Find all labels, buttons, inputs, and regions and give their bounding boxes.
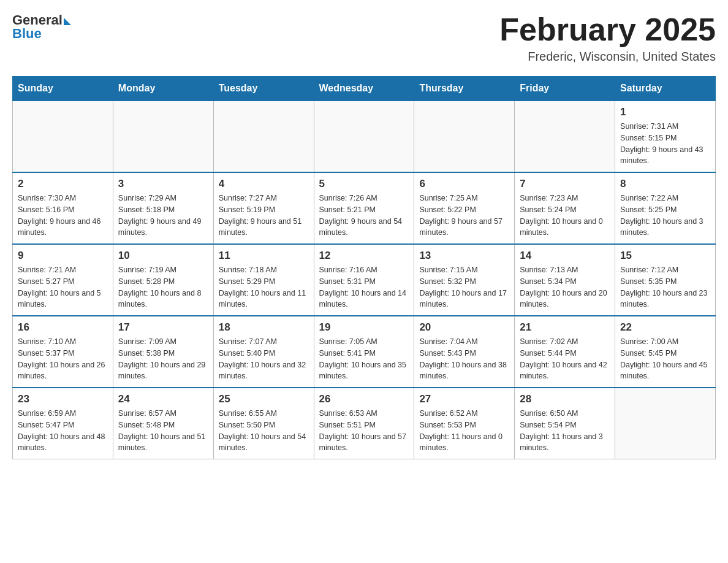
day-info: Sunrise: 7:15 AM Sunset: 5:32 PM Dayligh… bbox=[419, 264, 509, 310]
calendar-title: February 2025 bbox=[499, 12, 716, 47]
day-number: 6 bbox=[419, 178, 509, 190]
day-info: Sunrise: 7:18 AM Sunset: 5:29 PM Dayligh… bbox=[219, 264, 309, 310]
day-cell-1-3: 5Sunrise: 7:26 AM Sunset: 5:21 PM Daylig… bbox=[314, 172, 414, 244]
day-info: Sunrise: 7:25 AM Sunset: 5:22 PM Dayligh… bbox=[419, 193, 509, 239]
day-cell-4-4: 27Sunrise: 6:52 AM Sunset: 5:53 PM Dayli… bbox=[414, 388, 515, 459]
day-info: Sunrise: 7:27 AM Sunset: 5:19 PM Dayligh… bbox=[219, 193, 309, 239]
day-cell-1-4: 6Sunrise: 7:25 AM Sunset: 5:22 PM Daylig… bbox=[414, 172, 515, 244]
day-info: Sunrise: 7:05 AM Sunset: 5:41 PM Dayligh… bbox=[319, 336, 409, 382]
day-info: Sunrise: 7:00 AM Sunset: 5:45 PM Dayligh… bbox=[620, 336, 710, 382]
day-number: 1 bbox=[620, 106, 710, 118]
day-info: Sunrise: 7:13 AM Sunset: 5:34 PM Dayligh… bbox=[520, 264, 610, 310]
day-info: Sunrise: 7:19 AM Sunset: 5:28 PM Dayligh… bbox=[118, 264, 208, 310]
day-number: 5 bbox=[319, 178, 409, 190]
day-number: 22 bbox=[620, 321, 710, 334]
day-number: 26 bbox=[319, 393, 409, 405]
day-info: Sunrise: 6:55 AM Sunset: 5:50 PM Dayligh… bbox=[219, 408, 309, 454]
day-cell-2-0: 9Sunrise: 7:21 AM Sunset: 5:27 PM Daylig… bbox=[13, 244, 113, 316]
header-monday: Monday bbox=[113, 77, 213, 101]
day-number: 15 bbox=[620, 250, 710, 262]
day-cell-2-3: 12Sunrise: 7:16 AM Sunset: 5:31 PM Dayli… bbox=[314, 244, 414, 316]
day-cell-3-3: 19Sunrise: 7:05 AM Sunset: 5:41 PM Dayli… bbox=[314, 316, 414, 388]
day-number: 20 bbox=[419, 321, 509, 334]
page-header: General Blue February 2025 Frederic, Wis… bbox=[12, 12, 716, 64]
day-info: Sunrise: 7:09 AM Sunset: 5:38 PM Dayligh… bbox=[118, 336, 208, 382]
day-number: 25 bbox=[219, 393, 309, 405]
day-number: 4 bbox=[219, 178, 309, 190]
day-cell-0-2 bbox=[213, 101, 314, 172]
day-info: Sunrise: 7:26 AM Sunset: 5:21 PM Dayligh… bbox=[319, 193, 409, 239]
day-cell-3-5: 21Sunrise: 7:02 AM Sunset: 5:44 PM Dayli… bbox=[515, 316, 615, 388]
day-number: 14 bbox=[520, 250, 610, 262]
day-cell-1-1: 3Sunrise: 7:29 AM Sunset: 5:18 PM Daylig… bbox=[113, 172, 213, 244]
day-info: Sunrise: 7:22 AM Sunset: 5:25 PM Dayligh… bbox=[620, 193, 710, 239]
day-number: 12 bbox=[319, 250, 409, 262]
day-info: Sunrise: 7:04 AM Sunset: 5:43 PM Dayligh… bbox=[419, 336, 509, 382]
day-cell-3-6: 22Sunrise: 7:00 AM Sunset: 5:45 PM Dayli… bbox=[615, 316, 716, 388]
day-number: 23 bbox=[18, 393, 108, 405]
header-sunday: Sunday bbox=[13, 77, 113, 101]
day-cell-4-6 bbox=[615, 388, 716, 459]
logo-arrow-icon bbox=[64, 18, 71, 25]
week-row-4: 16Sunrise: 7:10 AM Sunset: 5:37 PM Dayli… bbox=[13, 316, 716, 388]
day-cell-0-4 bbox=[414, 101, 515, 172]
header-wednesday: Wednesday bbox=[314, 77, 414, 101]
day-info: Sunrise: 6:59 AM Sunset: 5:47 PM Dayligh… bbox=[18, 408, 108, 454]
day-number: 9 bbox=[18, 250, 108, 262]
day-cell-3-1: 17Sunrise: 7:09 AM Sunset: 5:38 PM Dayli… bbox=[113, 316, 213, 388]
day-cell-0-1 bbox=[113, 101, 213, 172]
day-number: 2 bbox=[18, 178, 108, 190]
day-cell-2-6: 15Sunrise: 7:12 AM Sunset: 5:35 PM Dayli… bbox=[615, 244, 716, 316]
day-cell-3-4: 20Sunrise: 7:04 AM Sunset: 5:43 PM Dayli… bbox=[414, 316, 515, 388]
day-number: 17 bbox=[118, 321, 208, 334]
day-number: 18 bbox=[219, 321, 309, 334]
day-cell-0-3 bbox=[314, 101, 414, 172]
week-row-3: 9Sunrise: 7:21 AM Sunset: 5:27 PM Daylig… bbox=[13, 244, 716, 316]
day-number: 3 bbox=[118, 178, 208, 190]
day-cell-4-0: 23Sunrise: 6:59 AM Sunset: 5:47 PM Dayli… bbox=[13, 388, 113, 459]
day-info: Sunrise: 7:16 AM Sunset: 5:31 PM Dayligh… bbox=[319, 264, 409, 310]
day-info: Sunrise: 7:10 AM Sunset: 5:37 PM Dayligh… bbox=[18, 336, 108, 382]
day-info: Sunrise: 6:52 AM Sunset: 5:53 PM Dayligh… bbox=[419, 408, 509, 454]
day-cell-4-1: 24Sunrise: 6:57 AM Sunset: 5:48 PM Dayli… bbox=[113, 388, 213, 459]
day-number: 28 bbox=[520, 393, 610, 405]
day-cell-3-0: 16Sunrise: 7:10 AM Sunset: 5:37 PM Dayli… bbox=[13, 316, 113, 388]
header-thursday: Thursday bbox=[414, 77, 515, 101]
day-number: 11 bbox=[219, 250, 309, 262]
day-info: Sunrise: 6:57 AM Sunset: 5:48 PM Dayligh… bbox=[118, 408, 208, 454]
header-friday: Friday bbox=[515, 77, 615, 101]
day-cell-1-0: 2Sunrise: 7:30 AM Sunset: 5:16 PM Daylig… bbox=[13, 172, 113, 244]
day-cell-2-4: 13Sunrise: 7:15 AM Sunset: 5:32 PM Dayli… bbox=[414, 244, 515, 316]
day-info: Sunrise: 7:02 AM Sunset: 5:44 PM Dayligh… bbox=[520, 336, 610, 382]
day-cell-4-5: 28Sunrise: 6:50 AM Sunset: 5:54 PM Dayli… bbox=[515, 388, 615, 459]
day-cell-2-5: 14Sunrise: 7:13 AM Sunset: 5:34 PM Dayli… bbox=[515, 244, 615, 316]
day-number: 13 bbox=[419, 250, 509, 262]
day-cell-0-6: 1Sunrise: 7:31 AM Sunset: 5:15 PM Daylig… bbox=[615, 101, 716, 172]
logo: General Blue bbox=[12, 12, 71, 42]
calendar-subtitle: Frederic, Wisconsin, United States bbox=[499, 50, 716, 64]
day-info: Sunrise: 6:50 AM Sunset: 5:54 PM Dayligh… bbox=[520, 408, 610, 454]
day-number: 7 bbox=[520, 178, 610, 190]
logo-blue-text: Blue bbox=[12, 26, 42, 42]
day-cell-1-2: 4Sunrise: 7:27 AM Sunset: 5:19 PM Daylig… bbox=[213, 172, 314, 244]
day-number: 24 bbox=[118, 393, 208, 405]
day-info: Sunrise: 7:21 AM Sunset: 5:27 PM Dayligh… bbox=[18, 264, 108, 310]
weekday-header-row: Sunday Monday Tuesday Wednesday Thursday… bbox=[13, 77, 716, 101]
day-number: 19 bbox=[319, 321, 409, 334]
day-cell-2-2: 11Sunrise: 7:18 AM Sunset: 5:29 PM Dayli… bbox=[213, 244, 314, 316]
day-info: Sunrise: 7:23 AM Sunset: 5:24 PM Dayligh… bbox=[520, 193, 610, 239]
title-section: February 2025 Frederic, Wisconsin, Unite… bbox=[499, 12, 716, 64]
day-cell-0-5 bbox=[515, 101, 615, 172]
day-info: Sunrise: 7:07 AM Sunset: 5:40 PM Dayligh… bbox=[219, 336, 309, 382]
week-row-5: 23Sunrise: 6:59 AM Sunset: 5:47 PM Dayli… bbox=[13, 388, 716, 459]
header-saturday: Saturday bbox=[615, 77, 716, 101]
day-info: Sunrise: 7:31 AM Sunset: 5:15 PM Dayligh… bbox=[620, 121, 710, 167]
day-number: 16 bbox=[18, 321, 108, 334]
day-cell-2-1: 10Sunrise: 7:19 AM Sunset: 5:28 PM Dayli… bbox=[113, 244, 213, 316]
day-info: Sunrise: 7:30 AM Sunset: 5:16 PM Dayligh… bbox=[18, 193, 108, 239]
day-info: Sunrise: 7:12 AM Sunset: 5:35 PM Dayligh… bbox=[620, 264, 710, 310]
week-row-2: 2Sunrise: 7:30 AM Sunset: 5:16 PM Daylig… bbox=[13, 172, 716, 244]
header-tuesday: Tuesday bbox=[213, 77, 314, 101]
day-number: 27 bbox=[419, 393, 509, 405]
day-info: Sunrise: 6:53 AM Sunset: 5:51 PM Dayligh… bbox=[319, 408, 409, 454]
